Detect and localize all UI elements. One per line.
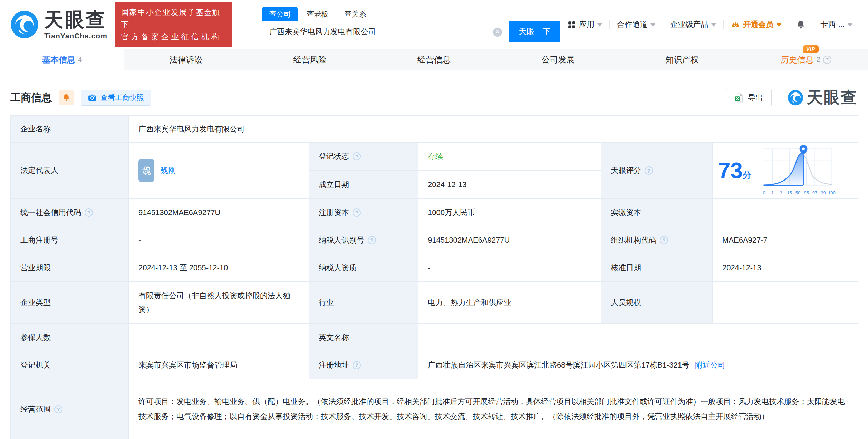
logo-text: 天眼查 <box>44 10 107 29</box>
axis-tick: 15 <box>787 190 792 195</box>
tab-label: 经营风险 <box>293 54 327 65</box>
label-text: 登记状态 <box>319 151 349 162</box>
label-text: 组织机构代码 <box>611 235 656 245</box>
nav-enterprise-label: 企业级产品 <box>670 19 708 30</box>
search-tab-boss[interactable]: 查老板 <box>300 7 335 21</box>
table-row: 法定代表人 魏 魏刚 登记状态? 存续 天眼评分? 73分 <box>11 143 858 171</box>
chevron-down-icon <box>711 23 716 27</box>
help-icon[interactable]: ? <box>85 208 93 217</box>
label-text: 注册资本 <box>319 207 349 218</box>
tab-legal-litigation[interactable]: 法律诉讼 <box>124 49 248 70</box>
staff-size-value: - <box>713 282 858 324</box>
address-text: 广西壮族自治区来宾市兴宾区滨江北路68号滨江园小区第四区第17栋B1-321号 <box>428 361 689 369</box>
help-icon[interactable]: ? <box>823 56 831 64</box>
tab-label: 公司发展 <box>541 54 575 65</box>
company-name-value: 广西来宾华电风力发电有限公司 <box>129 116 858 143</box>
search-input[interactable] <box>262 21 509 42</box>
certification-badge: 国家中小企业发展子基金旗下 官方备案企业征信机构 <box>115 2 233 47</box>
table-row: 企业类型 有限责任公司（非自然人投资或控股的法人独资） 行业 电力、热力生产和供… <box>11 282 858 324</box>
nav-apps[interactable]: 应用 <box>560 19 609 30</box>
tab-company-development[interactable]: 公司发展 <box>496 49 620 70</box>
axis-tick: 1 <box>771 190 774 195</box>
business-info-header: 工商信息 查看工商快照 导出 <box>10 89 858 106</box>
badge-line1: 国家中小企业发展子基金旗下 <box>121 6 226 30</box>
page-header: 天眼查 TianYanCha.com 国家中小企业发展子基金旗下 官方备案企业征… <box>0 0 868 49</box>
tab-history-info[interactable]: 历史信息 VIP 2 ? <box>744 49 868 70</box>
nav-partner[interactable]: 合作通道 <box>610 19 663 30</box>
monitor-bell-button[interactable] <box>59 90 74 105</box>
tab-operation-risk[interactable]: 经营风险 <box>248 49 372 70</box>
bell-icon <box>796 20 806 29</box>
business-scope-label: 经营范围? <box>11 379 129 439</box>
vip-badge: VIP <box>803 45 819 53</box>
nav-notifications[interactable] <box>789 20 813 29</box>
reg-address-label: 注册地址? <box>309 351 418 379</box>
tab-operation-info[interactable]: 经营信息 <box>372 49 496 70</box>
help-icon[interactable]: ? <box>353 208 361 217</box>
user-name: 卡西·... <box>820 19 845 30</box>
company-tabbar: 基本信息 4 法律诉讼 经营风险 经营信息 公司发展 知识产权 历史信息 VIP… <box>0 49 868 70</box>
reg-capital-value: 1000万人民币 <box>418 199 601 226</box>
label-text: 天眼评分 <box>611 165 641 176</box>
badge-line2: 官方备案企业征信机构 <box>121 31 226 43</box>
business-info-table: 企业名称 广西来宾华电风力发电有限公司 法定代表人 魏 魏刚 登记状态? 存续 … <box>10 115 858 439</box>
est-date-value: 2024-12-13 <box>418 170 601 199</box>
nav-user-account[interactable]: 卡西·... <box>813 19 860 30</box>
section-title: 工商信息 <box>10 91 52 105</box>
english-name-label: 英文名称 <box>309 324 418 351</box>
business-term-label: 营业期限 <box>11 254 129 282</box>
reg-status-value: 存续 <box>418 143 601 171</box>
help-icon[interactable]: ? <box>353 361 361 369</box>
help-icon[interactable]: ? <box>645 166 653 175</box>
score-value[interactable]: 73分 <box>718 159 751 182</box>
table-row: 参保人数 - 英文名称 - <box>11 324 858 351</box>
export-button[interactable]: 导出 <box>726 89 772 106</box>
tab-intellectual-property[interactable]: 知识产权 <box>620 49 744 70</box>
org-code-label: 组织机构代码? <box>601 226 713 254</box>
search-tab-company[interactable]: 查公司 <box>262 7 298 21</box>
nav-open-vip[interactable]: 开通会员 <box>724 19 789 30</box>
tianyancha-logo[interactable]: 天眼查 TianYanCha.com <box>10 10 107 39</box>
axis-tick: 0 <box>763 190 765 195</box>
search-button[interactable]: 天眼一下 <box>509 21 560 42</box>
legal-rep-cell: 魏 魏刚 <box>129 143 309 199</box>
tianyancha-swirl-icon <box>10 10 39 39</box>
clear-search-icon[interactable]: ✕ <box>493 28 502 37</box>
chevron-down-icon <box>777 23 781 27</box>
paid-capital-label: 实缴资本 <box>601 199 713 226</box>
approval-date-value: 2024-12-13 <box>713 254 858 282</box>
view-snapshot-button[interactable]: 查看工商快照 <box>81 90 151 106</box>
watermark-text: 天眼查 <box>807 87 858 108</box>
nav-enterprise[interactable]: 企业级产品 <box>663 19 723 30</box>
table-row: 工商注册号 - 纳税人识别号? 91451302MAE6A9277U 组织机构代… <box>11 226 858 254</box>
staff-size-label: 人员规模 <box>601 282 713 324</box>
search-tabs: 查公司 查老板 查关系 <box>262 7 560 21</box>
nav-apps-label: 应用 <box>579 19 594 30</box>
help-icon[interactable]: ? <box>353 152 361 160</box>
reg-number-value: - <box>129 226 309 254</box>
search-tab-relation[interactable]: 查关系 <box>337 7 373 21</box>
table-row: 营业期限 2024-12-13 至 2055-12-10 纳税人资质 - 核准日… <box>11 254 858 282</box>
axis-tick: 85 <box>804 190 809 195</box>
paid-capital-value: - <box>713 199 858 226</box>
english-name-value: - <box>418 324 858 351</box>
help-icon[interactable]: ? <box>368 236 376 244</box>
chevron-down-icon <box>650 23 655 27</box>
table-row: 企业名称 广西来宾华电风力发电有限公司 <box>11 116 858 143</box>
avatar[interactable]: 魏 <box>138 159 154 182</box>
tab-label: 知识产权 <box>665 54 698 65</box>
company-type-value: 有限责任公司（非自然人投资或控股的法人独资） <box>129 282 309 324</box>
score-cell: 73分 <box>713 143 858 199</box>
legal-rep-label: 法定代表人 <box>11 143 129 199</box>
taxpayer-id-value: 91451302MAE6A9277U <box>418 226 601 254</box>
tab-basic-info[interactable]: 基本信息 4 <box>0 49 124 70</box>
nearby-companies-link[interactable]: 附近公司 <box>695 361 725 369</box>
reg-capital-label: 注册资本? <box>309 199 418 226</box>
legal-rep-link[interactable]: 魏刚 <box>161 165 176 176</box>
score-number: 73 <box>718 158 743 183</box>
chevron-down-icon <box>597 23 602 27</box>
help-icon[interactable]: ? <box>660 236 668 244</box>
help-icon[interactable]: ? <box>54 405 62 413</box>
credit-code-label: 统一社会信用代码? <box>11 199 129 226</box>
insured-count-label: 参保人数 <box>11 324 129 351</box>
